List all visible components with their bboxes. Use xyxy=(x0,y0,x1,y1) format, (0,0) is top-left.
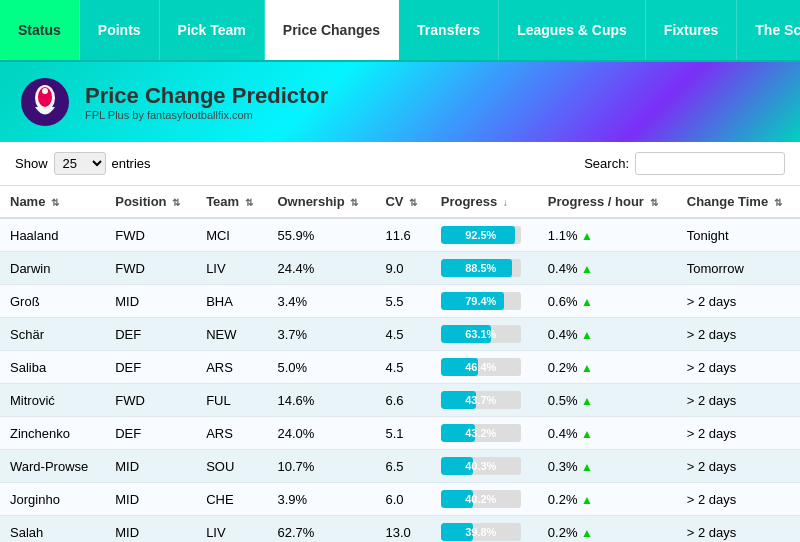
cell-progress-per-hour: 0.4% ▲ xyxy=(538,417,677,450)
entries-label: entries xyxy=(112,156,151,171)
cell-position: MID xyxy=(105,483,196,516)
col-ownership[interactable]: Ownership ⇅ xyxy=(267,186,375,218)
cell-name: Darwin xyxy=(0,252,105,285)
cell-cv: 11.6 xyxy=(375,218,430,252)
nav-tab-price-changes[interactable]: Price Changes xyxy=(265,0,399,60)
search-input[interactable] xyxy=(635,152,785,175)
page-title: Price Change Predictor xyxy=(85,83,328,109)
cell-change-time: > 2 days xyxy=(677,351,800,384)
cell-name: Saliba xyxy=(0,351,105,384)
cell-change-time: Tonight xyxy=(677,218,800,252)
cell-ownership: 24.4% xyxy=(267,252,375,285)
col-progress-per-hour[interactable]: Progress / hour ⇅ xyxy=(538,186,677,218)
cell-position: FWD xyxy=(105,252,196,285)
cell-progress: 43.7% xyxy=(431,384,538,417)
cell-progress-per-hour: 0.2% ▲ xyxy=(538,483,677,516)
cell-change-time: > 2 days xyxy=(677,318,800,351)
cell-position: MID xyxy=(105,450,196,483)
col-position[interactable]: Position ⇅ xyxy=(105,186,196,218)
table-header: Name ⇅ Position ⇅ Team ⇅ Ownership ⇅ CV … xyxy=(0,186,800,218)
progress-bar-label: 39.8% xyxy=(441,523,521,541)
table-row: Ward-Prowse MID SOU 10.7% 6.5 40.3% 0.3%… xyxy=(0,450,800,483)
cell-ownership: 10.7% xyxy=(267,450,375,483)
table-row: Salah MID LIV 62.7% 13.0 39.8% 0.2% ▲ > … xyxy=(0,516,800,543)
cell-progress: 43.2% xyxy=(431,417,538,450)
table-row: Mitrović FWD FUL 14.6% 6.6 43.7% 0.5% ▲ … xyxy=(0,384,800,417)
data-table-container: Name ⇅ Position ⇅ Team ⇅ Ownership ⇅ CV … xyxy=(0,186,800,542)
cell-ownership: 62.7% xyxy=(267,516,375,543)
nav-tab-fixtures[interactable]: Fixtures xyxy=(646,0,737,60)
col-name[interactable]: Name ⇅ xyxy=(0,186,105,218)
cell-name: Groß xyxy=(0,285,105,318)
cell-team: MCI xyxy=(196,218,267,252)
table-body: Haaland FWD MCI 55.9% 11.6 92.5% 1.1% ▲ … xyxy=(0,218,800,542)
cell-progress-per-hour: 0.4% ▲ xyxy=(538,252,677,285)
cell-ownership: 55.9% xyxy=(267,218,375,252)
cell-ownership: 5.0% xyxy=(267,351,375,384)
pl-logo xyxy=(20,77,70,127)
cell-progress: 46.4% xyxy=(431,351,538,384)
search-label: Search: xyxy=(584,156,629,171)
cell-team: ARS xyxy=(196,351,267,384)
cell-position: DEF xyxy=(105,351,196,384)
header-text: Price Change Predictor FPL Plus by fanta… xyxy=(85,83,328,121)
col-change-time[interactable]: Change Time ⇅ xyxy=(677,186,800,218)
entries-select[interactable]: 25 10 50 100 xyxy=(54,152,106,175)
cell-progress-per-hour: 0.2% ▲ xyxy=(538,351,677,384)
cell-ownership: 3.9% xyxy=(267,483,375,516)
cell-name: Mitrović xyxy=(0,384,105,417)
ownership-sort-icon: ⇅ xyxy=(350,197,358,208)
nav-tab-points[interactable]: Points xyxy=(80,0,160,60)
up-arrow-icon: ▲ xyxy=(581,427,593,441)
cell-name: Ward-Prowse xyxy=(0,450,105,483)
progress-bar: 43.7% xyxy=(441,391,521,409)
show-label: Show xyxy=(15,156,48,171)
price-change-table: Name ⇅ Position ⇅ Team ⇅ Ownership ⇅ CV … xyxy=(0,186,800,542)
up-arrow-icon: ▲ xyxy=(581,361,593,375)
table-row: Saliba DEF ARS 5.0% 4.5 46.4% 0.2% ▲ > 2… xyxy=(0,351,800,384)
progress-bar: 79.4% xyxy=(441,292,521,310)
cell-team: CHE xyxy=(196,483,267,516)
cell-cv: 13.0 xyxy=(375,516,430,543)
progress-bar-label: 92.5% xyxy=(441,226,521,244)
progress-bar: 40.3% xyxy=(441,457,521,475)
progress-bar: 88.5% xyxy=(441,259,521,277)
cell-change-time: > 2 days xyxy=(677,417,800,450)
col-cv[interactable]: CV ⇅ xyxy=(375,186,430,218)
nav-tab-status[interactable]: Status xyxy=(0,0,80,60)
nav-tab-scout[interactable]: The Scout xyxy=(737,0,800,60)
cell-cv: 6.0 xyxy=(375,483,430,516)
search-control: Search: xyxy=(584,152,785,175)
progress-bar: 63.1% xyxy=(441,325,521,343)
ct-sort-icon: ⇅ xyxy=(774,197,782,208)
show-entries-control: Show 25 10 50 100 entries xyxy=(15,152,151,175)
nav-tab-transfers[interactable]: Transfers xyxy=(399,0,499,60)
col-team[interactable]: Team ⇅ xyxy=(196,186,267,218)
up-arrow-icon: ▲ xyxy=(581,460,593,474)
cell-progress-per-hour: 0.6% ▲ xyxy=(538,285,677,318)
nav-tab-pick-team[interactable]: Pick Team xyxy=(160,0,265,60)
cv-sort-icon: ⇅ xyxy=(409,197,417,208)
cell-progress: 40.2% xyxy=(431,483,538,516)
cell-position: DEF xyxy=(105,318,196,351)
table-row: Groß MID BHA 3.4% 5.5 79.4% 0.6% ▲ > 2 d… xyxy=(0,285,800,318)
table-row: Schär DEF NEW 3.7% 4.5 63.1% 0.4% ▲ > 2 … xyxy=(0,318,800,351)
progress-bar: 40.2% xyxy=(441,490,521,508)
up-arrow-icon: ▲ xyxy=(581,295,593,309)
team-sort-icon: ⇅ xyxy=(245,197,253,208)
progress-bar-label: 43.7% xyxy=(441,391,521,409)
cell-team: LIV xyxy=(196,252,267,285)
col-progress[interactable]: Progress ↓ xyxy=(431,186,538,218)
nav-tab-leagues[interactable]: Leagues & Cups xyxy=(499,0,646,60)
cell-ownership: 3.4% xyxy=(267,285,375,318)
cell-ownership: 24.0% xyxy=(267,417,375,450)
cell-name: Salah xyxy=(0,516,105,543)
up-arrow-icon: ▲ xyxy=(581,394,593,408)
progress-bar-label: 63.1% xyxy=(441,325,521,343)
cell-team: SOU xyxy=(196,450,267,483)
cell-cv: 4.5 xyxy=(375,318,430,351)
svg-point-3 xyxy=(42,88,48,94)
cell-ownership: 14.6% xyxy=(267,384,375,417)
cell-ownership: 3.7% xyxy=(267,318,375,351)
up-arrow-icon: ▲ xyxy=(581,328,593,342)
